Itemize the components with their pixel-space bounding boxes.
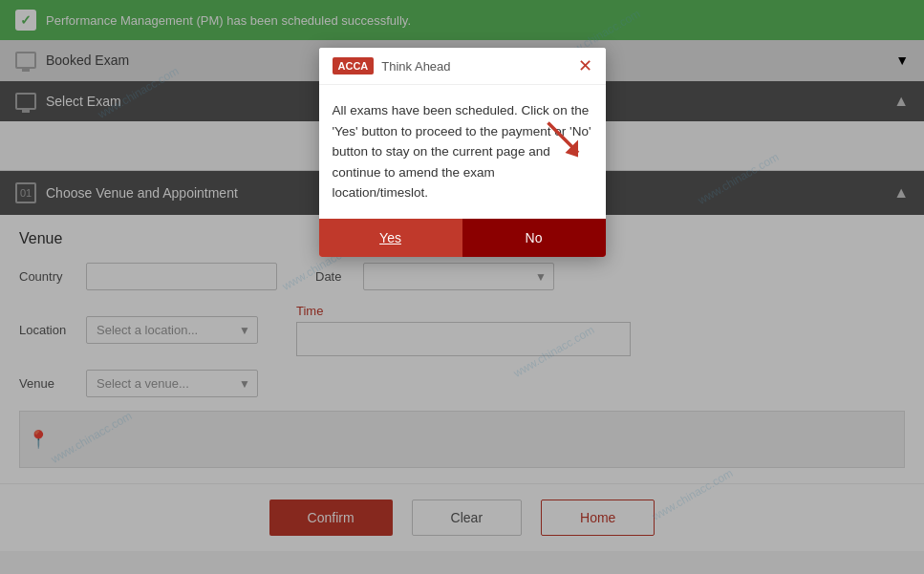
modal-yes-button[interactable]: Yes bbox=[319, 219, 462, 257]
modal-footer: Yes No bbox=[319, 219, 606, 257]
modal-dialog: ACCA Think Ahead ✕ All exams have been s… bbox=[319, 48, 606, 257]
modal-header: ACCA Think Ahead ✕ bbox=[319, 48, 606, 85]
arrow-pointer-icon bbox=[544, 118, 587, 161]
modal-no-button[interactable]: No bbox=[462, 219, 606, 257]
acca-badge: ACCA bbox=[333, 57, 375, 74]
acca-tagline: Think Ahead bbox=[381, 59, 450, 74]
modal-body: All exams have been scheduled. Click on … bbox=[319, 85, 606, 219]
modal-close-button[interactable]: ✕ bbox=[578, 57, 592, 74]
modal-overlay: ACCA Think Ahead ✕ All exams have been s… bbox=[0, 0, 924, 574]
acca-logo: ACCA Think Ahead bbox=[333, 57, 451, 74]
